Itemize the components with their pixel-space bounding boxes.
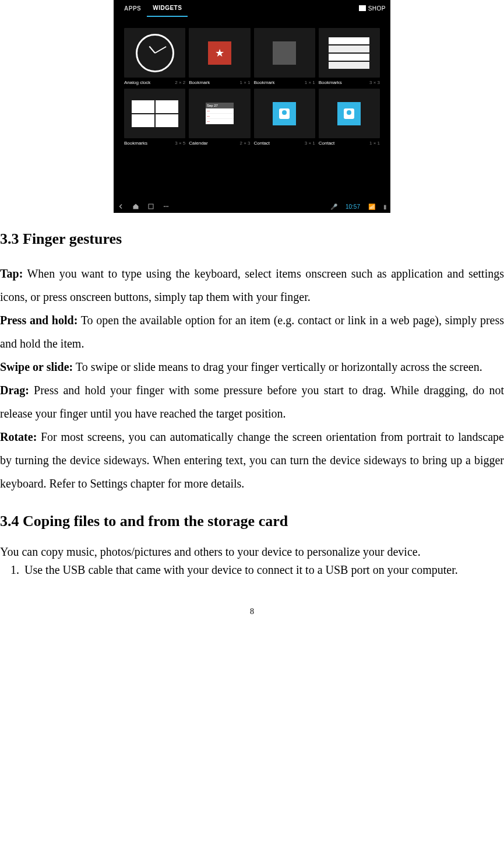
- widget-size: 1 × 1: [305, 80, 315, 85]
- svg-point-1: [164, 206, 165, 207]
- battery-icon: ▮: [383, 204, 387, 210]
- gesture-press-hold: Press and hold: To open the available op…: [0, 308, 504, 355]
- widget-size: 1 × 1: [239, 80, 250, 85]
- gesture-drag: Drag: Press and hold your finger with so…: [0, 378, 504, 425]
- section-3-4-steps: Use the USB cable that came with your de…: [0, 562, 504, 578]
- bookmarks-list-icon: [329, 37, 369, 69]
- press-hold-label: Press and hold:: [0, 314, 77, 327]
- swipe-label: Swipe or slide:: [0, 360, 73, 373]
- drag-text: Press and hold your finger with some pre…: [0, 384, 504, 420]
- widget-size: 2 × 2: [175, 80, 185, 85]
- bookmark-star-icon: ★: [208, 41, 231, 65]
- contact-avatar-icon: [337, 102, 361, 125]
- section-3-3-heading: 3.3 Finger gestures: [0, 230, 504, 248]
- back-icon[interactable]: [117, 203, 124, 210]
- bookmarks-grid-icon: [132, 100, 178, 127]
- shop-label: SHOP: [368, 5, 386, 12]
- android-widgets-screenshot: APPS WIDGETS SHOP Analog clock 2 × 2 ★ B…: [114, 0, 390, 213]
- svg-point-3: [167, 206, 168, 207]
- shop-button[interactable]: SHOP: [359, 5, 386, 12]
- widget-label: Bookmarks: [124, 141, 147, 146]
- contact-avatar-icon: [273, 102, 296, 125]
- widget-drawer-topbar: APPS WIDGETS SHOP: [114, 0, 390, 16]
- tab-apps[interactable]: APPS: [118, 1, 147, 16]
- widget-bookmark-grey[interactable]: Bookmark 1 × 1: [254, 28, 315, 85]
- system-navbar: 🎤 10:57 📶 ▮: [114, 200, 390, 213]
- step-1: Use the USB cable that came with your de…: [22, 562, 504, 578]
- svg-rect-0: [149, 204, 153, 209]
- tap-label: Tap:: [0, 267, 23, 280]
- microphone-icon[interactable]: 🎤: [330, 204, 337, 210]
- bookmark-thumbnail-icon: [273, 41, 296, 65]
- widget-size: 3 × 3: [369, 80, 380, 85]
- tab-widgets[interactable]: WIDGETS: [147, 0, 188, 17]
- widget-size: 3 × 1: [305, 141, 315, 146]
- widget-label: Calendar: [189, 141, 207, 146]
- section-3-4-intro: You can copy music, photos/pictures and …: [0, 544, 504, 560]
- widget-contact-1x1[interactable]: Contact 1 × 1: [319, 89, 380, 146]
- widget-bookmarks-3x5[interactable]: Bookmarks 3 × 5: [124, 89, 185, 146]
- widget-label: Contact: [319, 141, 335, 146]
- widget-size: 3 × 5: [175, 141, 185, 146]
- widget-size: 2 × 3: [239, 141, 250, 146]
- widget-label: Analog clock: [124, 80, 150, 85]
- tap-text: When you want to type using the keyboard…: [0, 267, 504, 303]
- widget-contact-3x1[interactable]: Contact 3 × 1: [254, 89, 315, 146]
- page-number: 8: [0, 607, 504, 616]
- status-clock: 10:57: [346, 204, 360, 210]
- analog-clock-icon: [136, 34, 174, 72]
- widget-bookmarks-3x3[interactable]: Bookmarks 3 × 3: [319, 28, 380, 85]
- rotate-text: For most screens, you can automatically …: [0, 430, 504, 490]
- widget-size: 1 × 1: [369, 141, 380, 146]
- widget-label: Contact: [254, 141, 270, 146]
- shop-bag-icon: [359, 5, 366, 11]
- home-icon[interactable]: [132, 203, 139, 210]
- gesture-rotate: Rotate: For most screens, you can automa…: [0, 425, 504, 495]
- calendar-icon: Sep 27 ———: [206, 103, 234, 124]
- wifi-icon: 📶: [368, 204, 375, 210]
- widget-label: Bookmark: [254, 80, 275, 85]
- gesture-swipe: Swipe or slide: To swipe or slide means …: [0, 355, 504, 378]
- widget-label: Bookmark: [189, 80, 210, 85]
- section-3-4-heading: 3.4 Coping files to and from the storage…: [0, 513, 504, 530]
- swipe-text: To swipe or slide means to drag your fin…: [73, 360, 482, 373]
- svg-point-2: [165, 206, 167, 207]
- menu-icon[interactable]: [163, 203, 170, 210]
- widget-analog-clock[interactable]: Analog clock 2 × 2: [124, 28, 185, 85]
- widget-label: Bookmarks: [319, 80, 342, 85]
- widget-calendar[interactable]: Sep 27 ——— Calendar 2 × 3: [189, 89, 250, 146]
- drag-label: Drag:: [0, 384, 29, 397]
- gesture-tap: Tap: When you want to type using the key…: [0, 262, 504, 308]
- widgets-grid: Analog clock 2 × 2 ★ Bookmark 1 × 1 Book…: [114, 16, 390, 146]
- recent-apps-icon[interactable]: [147, 203, 154, 210]
- widget-bookmark-red[interactable]: ★ Bookmark 1 × 1: [189, 28, 250, 85]
- rotate-label: Rotate:: [0, 430, 37, 443]
